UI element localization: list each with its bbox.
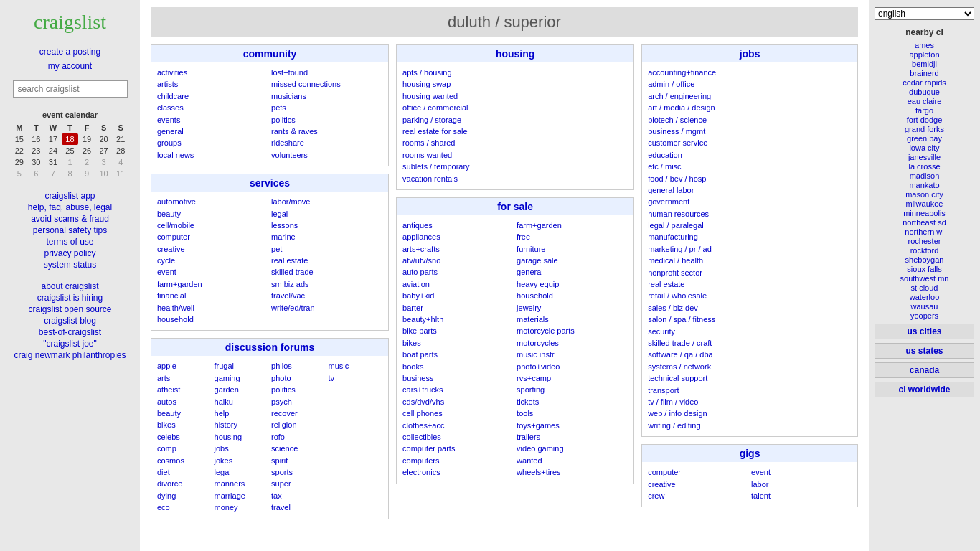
calendar-cell[interactable]: 30 xyxy=(28,156,45,168)
gigs-link[interactable]: computer xyxy=(648,467,748,478)
forsale-link[interactable]: furniture xyxy=(517,244,628,255)
calendar-cell[interactable]: 26 xyxy=(78,145,95,156)
forsale-link[interactable]: bike parts xyxy=(402,326,514,336)
forsale-link[interactable]: computers xyxy=(402,456,514,466)
nearby-city-link[interactable]: janesville xyxy=(875,153,974,161)
forsale-link[interactable]: sporting xyxy=(517,385,628,395)
forsale-link[interactable]: tools xyxy=(517,408,628,419)
forsale-link[interactable]: electronics xyxy=(402,467,514,478)
forsale-link[interactable]: jewelry xyxy=(517,303,628,314)
nearby-city-link[interactable]: northern wi xyxy=(875,227,974,236)
my-account-link[interactable]: my account xyxy=(48,61,92,71)
calendar-cell[interactable]: 2 xyxy=(78,156,95,168)
forsale-link[interactable]: books xyxy=(402,362,514,372)
services-link[interactable]: sm biz ads xyxy=(271,279,382,290)
forsale-link[interactable]: arts+crafts xyxy=(402,244,514,255)
forum-link[interactable]: eco xyxy=(157,502,212,513)
calendar-cell[interactable]: 9 xyxy=(78,168,95,179)
forum-link[interactable]: haiku xyxy=(215,397,269,408)
system-status-link[interactable]: system status xyxy=(7,260,133,270)
nearby-city-link[interactable]: dubuque xyxy=(875,88,974,96)
forum-link[interactable]: manners xyxy=(215,479,269,489)
calendar-cell[interactable]: 19 xyxy=(78,133,95,145)
nearby-city-link[interactable]: milwaukee xyxy=(875,199,974,208)
nearby-city-link[interactable]: sheboygan xyxy=(875,255,974,264)
community-link[interactable]: childcare xyxy=(157,91,268,102)
forsale-link[interactable]: toys+games xyxy=(517,420,628,431)
forum-link[interactable]: music xyxy=(329,361,383,372)
services-link[interactable]: cycle xyxy=(157,255,268,266)
jobs-link[interactable]: education xyxy=(648,150,852,161)
forsale-link[interactable]: photo+video xyxy=(517,362,628,372)
forum-link[interactable]: spirit xyxy=(271,456,326,466)
jobs-link[interactable]: technical support xyxy=(648,373,852,384)
canada-button[interactable]: canada xyxy=(875,362,974,378)
services-link[interactable]: event xyxy=(157,267,268,278)
forum-link[interactable]: travel xyxy=(271,502,326,513)
community-link[interactable]: missed connections xyxy=(271,79,382,90)
jobs-link[interactable]: customer service xyxy=(648,138,852,149)
forum-link[interactable]: housing xyxy=(215,432,269,443)
housing-link[interactable]: sublets / temporary xyxy=(402,161,628,172)
forsale-link[interactable]: business xyxy=(402,373,514,384)
forum-link[interactable]: rofo xyxy=(271,432,326,443)
avoid-scams-link[interactable]: avoid scams & fraud xyxy=(7,214,133,224)
forum-link[interactable]: diet xyxy=(157,467,212,478)
nearby-city-link[interactable]: eau claire xyxy=(875,97,974,105)
community-link[interactable]: rideshare xyxy=(271,138,382,149)
housing-link[interactable]: apts / housing xyxy=(402,67,628,78)
forsale-link[interactable]: baby+kid xyxy=(402,291,514,301)
forsale-link[interactable]: antiques xyxy=(402,220,514,231)
calendar-cell[interactable]: 4 xyxy=(112,156,129,168)
jobs-link[interactable]: business / mgmt xyxy=(648,126,852,137)
terms-link[interactable]: terms of use xyxy=(7,237,133,247)
community-link[interactable]: artists xyxy=(157,79,268,90)
craig-link[interactable]: craig newmark philanthropies xyxy=(7,350,133,360)
nearby-city-link[interactable]: rochester xyxy=(875,237,974,245)
open-source-link[interactable]: craigslist open source xyxy=(7,304,133,314)
forum-link[interactable]: psych xyxy=(271,397,326,408)
nearby-city-link[interactable]: mankato xyxy=(875,181,974,189)
services-link[interactable]: cell/mobile xyxy=(157,220,268,231)
forsale-link[interactable]: farm+garden xyxy=(517,220,628,231)
services-link[interactable]: automotive xyxy=(157,197,268,207)
jobs-link[interactable]: human resources xyxy=(648,209,852,220)
forum-link[interactable]: science xyxy=(271,443,326,454)
jobs-link[interactable]: accounting+finance xyxy=(648,67,852,78)
gigs-link[interactable]: event xyxy=(751,467,852,478)
services-link[interactable]: skilled trade xyxy=(271,267,382,278)
community-link[interactable]: musicians xyxy=(271,91,382,102)
jobs-link[interactable]: biotech / science xyxy=(648,115,852,126)
nearby-city-link[interactable]: madison xyxy=(875,171,974,180)
jobs-link[interactable]: nonprofit sector xyxy=(648,268,852,278)
services-link[interactable]: computer xyxy=(157,232,268,242)
help-faq-link[interactable]: help, faq, abuse, legal xyxy=(7,202,133,212)
forsale-link[interactable]: video gaming xyxy=(517,443,628,454)
services-link[interactable]: creative xyxy=(157,244,268,255)
forsale-link[interactable]: beauty+hlth xyxy=(402,314,514,325)
forsale-link[interactable]: motorcycles xyxy=(517,338,628,349)
calendar-cell[interactable]: 16 xyxy=(28,133,45,145)
calendar-cell[interactable]: 1 xyxy=(62,156,79,168)
nearby-city-link[interactable]: southwest mn xyxy=(875,274,974,283)
jobs-link[interactable]: admin / office xyxy=(648,79,852,90)
forsale-link[interactable]: boat parts xyxy=(402,349,514,360)
forum-link[interactable]: super xyxy=(271,479,326,489)
craigslist-app-link[interactable]: craigslist app xyxy=(7,191,133,201)
calendar-cell[interactable]: 21 xyxy=(112,133,129,145)
jobs-link[interactable]: skilled trade / craft xyxy=(648,338,852,349)
calendar-cell[interactable]: 31 xyxy=(44,156,62,168)
housing-link[interactable]: real estate for sale xyxy=(402,126,628,137)
forum-link[interactable]: recover xyxy=(271,408,326,419)
forum-link[interactable]: bikes xyxy=(157,420,212,430)
gigs-link[interactable]: creative xyxy=(648,479,748,490)
calendar-cell[interactable]: 28 xyxy=(112,145,129,156)
housing-link[interactable]: rooms wanted xyxy=(402,150,628,161)
forsale-link[interactable]: auto parts xyxy=(402,267,514,278)
services-link[interactable]: health/well xyxy=(157,303,268,314)
forsale-link[interactable]: aviation xyxy=(402,279,514,290)
forum-link[interactable]: legal xyxy=(215,467,269,478)
calendar-cell[interactable]: 27 xyxy=(95,145,113,156)
nearby-city-link[interactable]: grand forks xyxy=(875,125,974,133)
jobs-link[interactable]: art / media / design xyxy=(648,103,852,113)
